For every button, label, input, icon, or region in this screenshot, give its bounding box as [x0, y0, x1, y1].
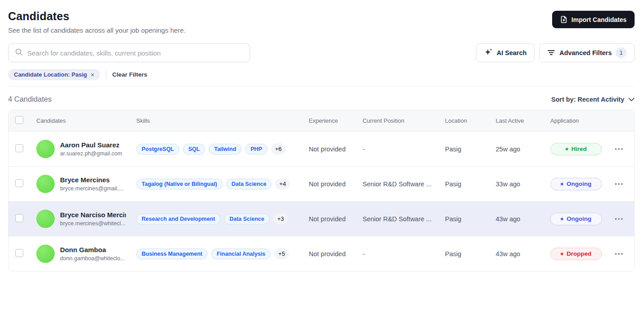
skill-pill: Research and Development	[136, 214, 220, 224]
row-checkbox[interactable]	[15, 249, 23, 257]
clear-filters-button[interactable]: Clear Filters	[112, 71, 147, 78]
current-position-cell: Senior R&D Software ...	[363, 180, 445, 188]
results-bar: 4 Candidates Sort by: Recent Activity	[8, 95, 635, 103]
skill-pill: SQL	[183, 144, 205, 155]
status-dot	[566, 148, 568, 150]
table-row[interactable]: Bryce Mercines bryce.mercines@gmail.... …	[9, 166, 634, 201]
filter-chip-candidate-location[interactable]: Candidate Location: Pasig ×	[8, 69, 100, 80]
import-file-icon	[560, 16, 567, 23]
filter-count-badge: 1	[616, 47, 627, 58]
candidate-cell: Bryce Mercines bryce.mercines@gmail....	[36, 175, 136, 193]
current-position-cell: Senior R&D Software ...	[363, 215, 445, 223]
row-checkbox-cell	[9, 214, 36, 224]
import-candidates-button[interactable]: Import Candidates	[552, 11, 635, 28]
chevron-down-icon	[628, 96, 635, 103]
candidate-identity: Bryce Narciso Mercines bryce.mercines@wh…	[60, 211, 126, 227]
candidates-page: Candidates See the list of candidates ac…	[0, 0, 644, 271]
avatar	[36, 210, 55, 228]
row-checkbox[interactable]	[15, 144, 23, 152]
candidate-name: Aaron Paul Suarez	[60, 141, 122, 149]
page-title: Candidates	[8, 10, 186, 23]
candidate-identity: Aaron Paul Suarez ar.suarez.ph@gmail.com	[60, 141, 122, 157]
candidate-email: ar.suarez.ph@gmail.com	[60, 150, 122, 157]
status-dot	[561, 253, 563, 255]
last-active-cell: 43w ago	[496, 250, 550, 258]
candidate-cell: Donn Gamboa donn.gamboa@whiteclo...	[36, 245, 136, 263]
candidate-cell: Bryce Narciso Mercines bryce.mercines@wh…	[36, 210, 136, 228]
row-actions-button[interactable]: ⋯	[614, 249, 624, 258]
search-box[interactable]	[8, 43, 250, 62]
candidate-email: donn.gamboa@whiteclo...	[60, 255, 125, 262]
row-checkbox[interactable]	[15, 179, 23, 187]
ai-search-button[interactable]: AI Search	[476, 43, 535, 62]
skill-pill: PHP	[245, 144, 268, 155]
more-skills-pill: +6	[271, 143, 286, 155]
header-checkbox-cell	[9, 116, 36, 126]
status-label: Ongoing	[566, 215, 591, 222]
column-header-location: Location	[445, 117, 496, 124]
page-header: Candidates See the list of candidates ac…	[8, 10, 635, 34]
select-all-checkbox[interactable]	[15, 116, 23, 124]
row-checkbox-cell	[9, 144, 36, 154]
skill-pill: Financial Analysis	[211, 249, 271, 259]
row-checkbox-cell	[9, 179, 36, 189]
page-header-text: Candidates See the list of candidates ac…	[8, 10, 186, 34]
filter-divider	[106, 70, 106, 79]
candidates-table: Candidates Skills Experience Current Pos…	[8, 110, 635, 271]
status-badge: Ongoing	[550, 178, 602, 190]
actions-cell: ⋯	[604, 144, 634, 154]
more-skills-pill: +3	[273, 213, 288, 224]
current-position-cell: -	[363, 250, 445, 258]
last-active-cell: 33w ago	[496, 180, 550, 188]
experience-cell: Not provided	[309, 180, 363, 188]
row-actions-button[interactable]: ⋯	[614, 214, 624, 223]
skill-pill: Data Science	[224, 214, 270, 224]
skill-pill: Data Science	[226, 179, 272, 189]
application-cell: Ongoing	[550, 178, 604, 190]
row-actions-button[interactable]: ⋯	[614, 179, 624, 188]
search-input[interactable]	[27, 49, 243, 57]
status-dot	[561, 183, 563, 185]
skills-cell: Business ManagementFinancial Analysis+5	[136, 248, 309, 259]
column-header-current-position: Current Position	[363, 117, 445, 124]
skill-pill: Tagalog (Native or Bilingual)	[136, 179, 223, 189]
filter-chip-label: Candidate Location: Pasig	[14, 71, 87, 78]
last-active-cell: 43w ago	[496, 215, 550, 223]
column-header-last-active: Last Active	[496, 117, 550, 124]
table-body: Aaron Paul Suarez ar.suarez.ph@gmail.com…	[9, 131, 634, 271]
actions-cell: ⋯	[604, 249, 634, 258]
table-row[interactable]: Aaron Paul Suarez ar.suarez.ph@gmail.com…	[9, 131, 634, 166]
location-cell: Pasig	[445, 180, 496, 188]
advanced-filters-label: Advanced Filters	[559, 49, 612, 56]
experience-cell: Not provided	[309, 250, 363, 258]
toolbar: AI Search Advanced Filters 1	[8, 43, 635, 62]
application-cell: Ongoing	[550, 213, 604, 225]
advanced-filters-button[interactable]: Advanced Filters 1	[539, 43, 635, 62]
application-cell: Hired	[550, 143, 604, 155]
remove-filter-icon[interactable]: ×	[91, 72, 94, 78]
avatar	[36, 245, 55, 263]
candidate-cell: Aaron Paul Suarez ar.suarez.ph@gmail.com	[36, 140, 136, 158]
row-checkbox[interactable]	[15, 214, 23, 222]
candidate-count: 4 Candidates	[8, 95, 52, 103]
ai-search-label: AI Search	[497, 49, 527, 56]
table-row[interactable]: Bryce Narciso Mercines bryce.mercines@wh…	[9, 201, 634, 236]
column-header-experience: Experience	[309, 117, 363, 124]
actions-cell: ⋯	[604, 214, 634, 223]
candidate-name: Donn Gamboa	[60, 246, 125, 253]
sort-label: Sort by: Recent Activity	[551, 96, 624, 103]
row-actions-button[interactable]: ⋯	[614, 144, 624, 153]
location-cell: Pasig	[445, 215, 496, 223]
table-row[interactable]: Donn Gamboa donn.gamboa@whiteclo... Busi…	[9, 236, 634, 271]
sort-dropdown[interactable]: Sort by: Recent Activity	[551, 96, 635, 103]
avatar	[36, 140, 55, 158]
actions-cell: ⋯	[604, 179, 634, 189]
last-active-cell: 25w ago	[496, 146, 550, 153]
candidate-name: Bryce Mercines	[60, 176, 123, 184]
import-candidates-label: Import Candidates	[571, 16, 627, 23]
candidate-name: Bryce Narciso Mercines	[60, 211, 126, 219]
experience-cell: Not provided	[309, 215, 363, 223]
skills-cell: Tagalog (Native or Bilingual)Data Scienc…	[136, 178, 309, 189]
candidate-identity: Bryce Mercines bryce.mercines@gmail....	[60, 176, 123, 192]
location-cell: Pasig	[445, 250, 496, 258]
